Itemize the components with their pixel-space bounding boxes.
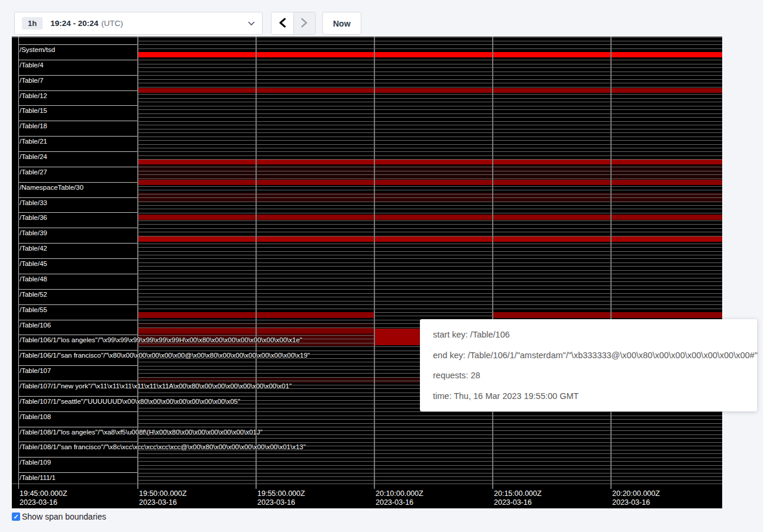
span-boundary-line — [137, 416, 722, 416]
span-boundary-line — [137, 48, 722, 49]
row-label: /Table/39 — [20, 229, 47, 237]
span-boundary-line — [137, 109, 722, 110]
span-boundary-line — [137, 270, 722, 271]
labeled-boundary-line — [18, 258, 137, 259]
next-interval-button[interactable] — [293, 12, 316, 34]
span-boundary-line — [137, 44, 722, 45]
row-label: /Table/4 — [20, 61, 43, 69]
axis-tick-date: 2023-03-16 — [376, 498, 423, 507]
heatmap-band[interactable] — [137, 160, 722, 165]
row-label: /Table/18 — [20, 122, 47, 130]
chart-left-edge-line — [18, 37, 19, 489]
span-boundary-line — [137, 197, 722, 198]
labeled-boundary-line — [18, 381, 137, 381]
span-boundary-line — [137, 465, 722, 466]
span-boundary-line — [137, 174, 722, 175]
span-boundary-line — [137, 179, 722, 179]
span-boundary-line — [137, 171, 722, 171]
axis-tick-time: 20:10:00.000Z — [376, 489, 423, 498]
axis-tick-label: 19:55:00.000Z2023-03-16 — [257, 489, 305, 507]
key-visualizer-heatmap[interactable]: /System/tsd/Table/4/Table/7/Table/12/Tab… — [12, 37, 722, 508]
span-boundary-line — [137, 293, 722, 294]
span-boundary-line — [137, 274, 722, 274]
span-boundary-line — [137, 132, 722, 133]
span-boundary-line — [137, 144, 722, 145]
span-boundary-line — [137, 140, 722, 141]
heatmap-band[interactable] — [137, 236, 722, 242]
axis-tick-label: 19:45:00.000Z2023-03-16 — [20, 489, 67, 507]
row-label: /NamespaceTable/30 — [20, 184, 83, 192]
labeled-boundary-line — [18, 60, 137, 60]
span-boundary-line — [137, 137, 722, 137]
span-boundary-line — [137, 94, 722, 95]
span-boundary-line — [137, 251, 722, 252]
span-boundary-line — [137, 155, 722, 156]
now-button[interactable]: Now — [322, 12, 361, 35]
column-grid-line — [256, 37, 257, 489]
axis-tick-label: 20:15:00.000Z2023-03-16 — [494, 489, 542, 507]
row-label: /Table/15 — [20, 107, 47, 115]
show-span-boundaries-control: ✓ Show span boundaries — [12, 512, 106, 521]
axis-tick-date: 2023-03-16 — [612, 498, 660, 507]
axis-tick-date: 2023-03-16 — [139, 498, 187, 507]
labeled-boundary-line — [18, 396, 137, 397]
heatmap-band[interactable] — [137, 215, 722, 220]
row-label: /Table/55 — [20, 306, 47, 314]
span-boundary-line — [137, 301, 722, 301]
span-boundary-line — [137, 125, 722, 125]
span-boundary-line — [137, 209, 722, 209]
heatmap-band[interactable] — [137, 180, 722, 185]
show-span-boundaries-label: Show span boundaries — [22, 512, 106, 521]
span-boundary-line — [137, 98, 722, 99]
time-range-selector[interactable]: 1h 19:24 - 20:24 (UTC) — [14, 12, 263, 35]
labeled-boundary-line — [18, 457, 137, 458]
labeled-boundary-line — [18, 151, 137, 152]
span-boundary-line — [137, 87, 722, 87]
span-boundary-line — [137, 281, 722, 282]
span-boundary-line — [137, 427, 722, 427]
span-boundary-line — [137, 113, 722, 114]
time-nav-group — [271, 12, 316, 35]
labeled-boundary-line — [18, 44, 137, 45]
chevron-down-icon — [248, 21, 255, 26]
span-boundary-line — [137, 75, 722, 76]
labeled-boundary-line — [18, 75, 137, 76]
axis-tick-time: 19:55:00.000Z — [257, 489, 305, 498]
axis-tick-time: 19:50:00.000Z — [139, 489, 187, 498]
row-label: /Table/107 — [20, 367, 51, 375]
span-boundary-line — [137, 194, 722, 194]
row-label: /Table/108 — [20, 413, 51, 421]
column-grid-line — [137, 37, 138, 489]
tooltip-start-key: start key: /Table/106 — [433, 330, 744, 339]
row-label: /System/tsd — [20, 46, 55, 54]
heatmap-band[interactable] — [137, 52, 722, 58]
labeled-boundary-line — [18, 136, 137, 137]
labeled-boundary-line — [18, 335, 137, 335]
axis-tick-time: 20:15:00.000Z — [494, 489, 542, 498]
span-boundary-line — [137, 244, 722, 244]
span-boundary-line — [137, 446, 722, 446]
show-span-boundaries-checkbox[interactable]: ✓ — [12, 512, 20, 521]
span-boundary-line — [137, 278, 722, 278]
span-boundary-line — [137, 411, 722, 412]
labeled-boundary-line — [18, 320, 137, 320]
row-label: /Table/24 — [20, 153, 47, 161]
labeled-boundary-line — [18, 472, 137, 473]
labeled-boundary-line — [18, 212, 137, 213]
heatmap-band[interactable] — [137, 88, 722, 93]
tooltip-time: time: Thu, 16 Mar 2023 19:55:00 GMT — [433, 391, 744, 401]
axis-tick-label: 20:10:00.000Z2023-03-16 — [376, 489, 423, 507]
heatmap-band[interactable] — [492, 312, 722, 318]
span-boundary-line — [137, 438, 722, 439]
span-boundary-line — [137, 151, 722, 152]
previous-interval-button[interactable] — [271, 12, 293, 34]
span-boundary-line — [137, 442, 722, 443]
labeled-boundary-line — [18, 427, 137, 427]
span-boundary-line — [137, 473, 722, 473]
row-label: /Table/45 — [20, 260, 47, 268]
span-boundary-line — [137, 72, 722, 72]
span-boundary-line — [137, 476, 722, 477]
labeled-boundary-line — [18, 365, 137, 366]
span-boundary-line — [137, 60, 722, 60]
chart-top-edge-line — [12, 37, 722, 38]
